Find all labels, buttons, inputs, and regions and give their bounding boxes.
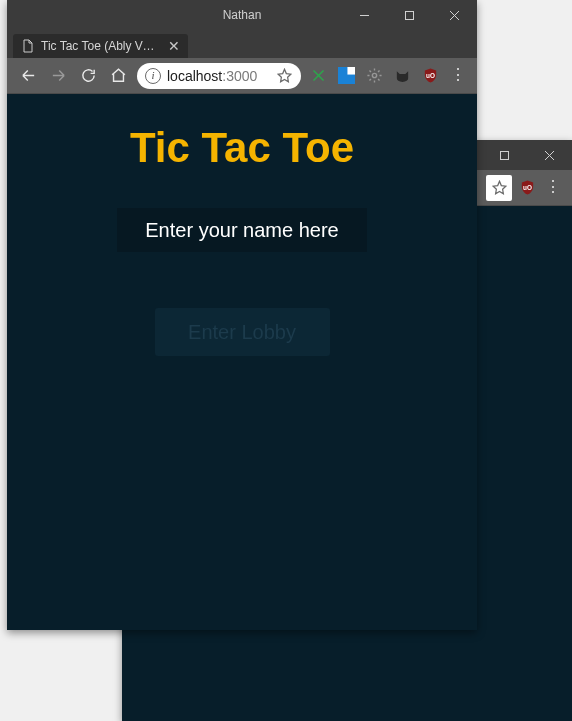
maximize-button[interactable] <box>387 0 432 30</box>
url-port: :3000 <box>222 68 257 84</box>
bookmark-star-icon[interactable] <box>486 175 512 201</box>
svg-rect-6 <box>406 11 414 19</box>
tab-close-icon[interactable]: ✕ <box>168 39 180 53</box>
page-title: Tic Tac Toe <box>130 124 354 172</box>
bookmark-star-icon[interactable] <box>275 68 293 83</box>
reload-button[interactable] <box>73 61 103 91</box>
extension-gear-icon[interactable] <box>361 63 387 89</box>
foreground-browser-window: Nathan Tic Tac Toe (Ably Vue Tut ✕ <box>7 0 477 630</box>
svg-point-13 <box>372 73 376 77</box>
close-button[interactable] <box>432 0 477 30</box>
url-host: localhost <box>167 68 222 84</box>
home-button[interactable] <box>103 61 133 91</box>
extension-green-icon[interactable] <box>305 63 331 89</box>
close-button[interactable] <box>527 140 572 170</box>
ublock-icon[interactable]: uO <box>514 175 540 201</box>
minimize-button[interactable] <box>342 0 387 30</box>
ublock-icon[interactable]: uO <box>417 63 443 89</box>
fg-titlebar: Nathan <box>7 0 477 30</box>
browser-tab[interactable]: Tic Tac Toe (Ably Vue Tut ✕ <box>13 34 188 58</box>
extension-cat-icon[interactable] <box>389 63 415 89</box>
tab-strip: Tic Tac Toe (Ably Vue Tut ✕ <box>7 30 477 58</box>
maximize-button[interactable] <box>482 140 527 170</box>
svg-rect-1 <box>501 151 509 159</box>
name-input[interactable] <box>117 208 367 252</box>
forward-button[interactable] <box>43 61 73 91</box>
svg-text:uO: uO <box>523 184 532 191</box>
site-info-icon[interactable]: i <box>145 68 161 84</box>
svg-rect-12 <box>347 67 355 75</box>
back-button[interactable] <box>13 61 43 91</box>
svg-text:uO: uO <box>426 72 435 79</box>
page-viewport: Tic Tac Toe Enter Lobby <box>7 94 477 630</box>
address-bar[interactable]: i localhost:3000 <box>137 63 301 89</box>
file-icon <box>21 39 35 53</box>
menu-dots-icon[interactable]: ⋮ <box>445 72 471 78</box>
extension-blue-icon[interactable] <box>333 63 359 89</box>
tab-label: Tic Tac Toe (Ably Vue Tut <box>41 39 160 53</box>
enter-lobby-button[interactable]: Enter Lobby <box>155 308 330 356</box>
fg-toolbar: i localhost:3000 uO ⋮ <box>7 58 477 94</box>
menu-dots-icon[interactable]: ⋮ <box>540 184 566 190</box>
